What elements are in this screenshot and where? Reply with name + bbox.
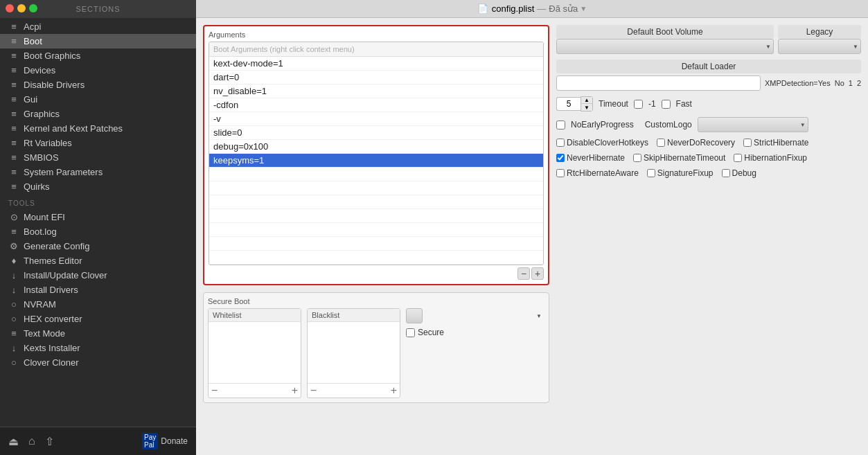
list-item[interactable] [209, 195, 543, 209]
list-icon: ≡ [8, 80, 19, 90]
timeout-input[interactable] [556, 97, 581, 111]
blacklist-remove-button[interactable]: − [310, 385, 317, 396]
hibernation-fixup-item: HibernationFixup [734, 153, 807, 163]
sidebar-item-boot-log[interactable]: ≡ Boot.log [0, 224, 196, 239]
sidebar-item-system-parameters[interactable]: ≡ System Parameters [0, 165, 196, 179]
list-item[interactable]: kext-dev-mode=1 [209, 57, 543, 71]
sidebar-item-boot-graphics[interactable]: ≡ Boot Graphics [0, 48, 196, 63]
arguments-list-container: Boot Arguments (right click context menu… [209, 42, 544, 265]
args-controls: − + [209, 267, 544, 280]
sidebar-item-label: Gui [24, 94, 37, 105]
strict-hibernate-checkbox[interactable] [743, 139, 752, 147]
sidebar-item-themes-editor[interactable]: ♦ Themes Editor [0, 253, 196, 268]
sidebar-item-label: Kexts Installer [24, 343, 80, 353]
sidebar-item-label: Kernel and Kext Patches [24, 123, 123, 134]
sidebar-item-kexts-installer[interactable]: ↓ Kexts Installer [0, 341, 196, 355]
secure-boot-select-wrapper[interactable] [406, 308, 544, 323]
whitelist-add-button[interactable]: + [292, 385, 298, 396]
sidebar-item-disable-drivers[interactable]: ≡ Disable Drivers [0, 78, 196, 92]
list-item[interactable] [209, 168, 543, 181]
donate-label: Donate [161, 436, 188, 446]
arguments-title: Arguments [209, 30, 544, 39]
sidebar-item-text-mode[interactable]: ≡ Text Mode [0, 326, 196, 341]
list-item[interactable]: keepsyms=1 [209, 154, 543, 168]
list-item[interactable]: debug=0x100 [209, 140, 543, 154]
strict-hibernate-item: StrictHibernate [743, 138, 808, 148]
never-do-recovery-checkbox[interactable] [657, 139, 665, 147]
secure-label: Secure [418, 328, 444, 337]
sidebar-item-kernel-kext[interactable]: ≡ Kernel and Kext Patches [0, 121, 196, 136]
text-icon: ≡ [8, 328, 19, 339]
debug-checkbox[interactable] [722, 169, 730, 177]
boot-volume-select[interactable] [556, 39, 774, 54]
hibernation-fixup-checkbox[interactable] [734, 154, 742, 162]
sidebar-item-label: Graphics [24, 109, 60, 119]
minimize-button[interactable] [17, 4, 26, 12]
sidebar-item-quirks[interactable]: ≡ Quirks [0, 179, 196, 194]
legacy-select-wrapper[interactable] [778, 39, 861, 54]
sidebar-item-rt-variables[interactable]: ≡ Rt Variables [0, 136, 196, 150]
sidebar-item-mount-efi[interactable]: ⊙ Mount EFI [0, 210, 196, 224]
sidebar-item-install-clover[interactable]: ↓ Install/Update Clover [0, 268, 196, 283]
signature-fixup-checkbox[interactable] [647, 169, 655, 177]
sidebar-item-acpi[interactable]: ≡ Acpi [0, 19, 196, 34]
sidebar-item-label: Devices [24, 65, 55, 75]
list-item[interactable] [209, 251, 543, 265]
blacklist-label: Blacklist [308, 309, 400, 322]
sidebar-item-boot[interactable]: ≡ Boot [0, 34, 196, 48]
sidebar-item-smbios[interactable]: ≡ SMBIOS [0, 150, 196, 165]
disable-clover-hotkeys-checkbox[interactable] [556, 139, 565, 147]
list-item[interactable]: -cdfon [209, 98, 543, 112]
skip-hibernate-timeout-item: SkipHibernateTimeout [633, 153, 725, 163]
maximize-button[interactable] [29, 4, 37, 12]
list-item[interactable] [209, 223, 543, 237]
sidebar-item-label: Boot.log [24, 226, 57, 237]
list-item[interactable]: dart=0 [209, 71, 543, 84]
traffic-lights [6, 4, 37, 12]
list-item[interactable]: nv_disable=1 [209, 84, 543, 98]
title-bar: 📄 config.plist — Đã sửa ▼ [196, 0, 868, 18]
close-button[interactable] [6, 4, 14, 12]
sidebar-item-clover-cloner[interactable]: ○ Clover Cloner [0, 355, 196, 370]
stepper-down[interactable]: ▼ [581, 104, 592, 111]
sidebar-item-hex-converter[interactable]: ○ HEX converter [0, 312, 196, 326]
custom-logo-select-wrapper[interactable] [698, 117, 808, 132]
list-item[interactable]: -v [209, 112, 543, 126]
skip-hibernate-timeout-checkbox[interactable] [633, 154, 641, 162]
sidebar-item-label: Install Drivers [24, 285, 78, 295]
share-icon[interactable]: ⇧ [45, 435, 54, 448]
remove-argument-button[interactable]: − [517, 267, 530, 280]
rtc-hibernate-aware-checkbox[interactable] [556, 169, 565, 177]
donate-button[interactable]: PayPal Donate [142, 433, 188, 449]
fast-checkbox[interactable] [662, 100, 671, 109]
sections-label: SECTIONS [76, 5, 120, 13]
blacklist-add-button[interactable]: + [391, 385, 397, 396]
stepper-up[interactable]: ▲ [581, 97, 592, 104]
list-item[interactable]: slide=0 [209, 126, 543, 140]
debug-label: Debug [732, 168, 756, 178]
list-item[interactable] [209, 209, 543, 223]
arguments-list: kext-dev-mode=1 dart=0 nv_disable=1 -cdf… [209, 57, 543, 265]
sidebar-item-nvram[interactable]: ○ NVRAM [0, 297, 196, 312]
secure-checkbox[interactable] [406, 328, 415, 337]
never-hibernate-checkbox[interactable] [556, 154, 565, 162]
list-item[interactable] [209, 181, 543, 195]
neg1-checkbox[interactable] [634, 100, 643, 109]
home-icon[interactable]: ⌂ [28, 435, 35, 447]
sidebar-item-generate-config[interactable]: ⚙ Generate Config [0, 239, 196, 253]
sidebar-item-install-drivers[interactable]: ↓ Install Drivers [0, 283, 196, 297]
secure-boot-select[interactable] [406, 308, 423, 323]
default-loader-input[interactable] [556, 75, 761, 91]
sidebar-item-gui[interactable]: ≡ Gui [0, 92, 196, 107]
custom-logo-select[interactable] [698, 117, 808, 132]
add-argument-button[interactable]: + [531, 267, 544, 280]
sidebar-item-graphics[interactable]: ≡ Graphics [0, 107, 196, 121]
list-item[interactable] [209, 237, 543, 251]
sidebar-item-devices[interactable]: ≡ Devices [0, 63, 196, 78]
no-early-progress-checkbox[interactable] [556, 121, 565, 130]
boot-volume-select-wrapper[interactable] [556, 39, 774, 54]
eject-icon[interactable]: ⏏ [8, 435, 19, 448]
title-dropdown-icon[interactable]: ▼ [580, 5, 587, 12]
whitelist-remove-button[interactable]: − [211, 385, 218, 396]
legacy-select[interactable] [778, 39, 861, 54]
